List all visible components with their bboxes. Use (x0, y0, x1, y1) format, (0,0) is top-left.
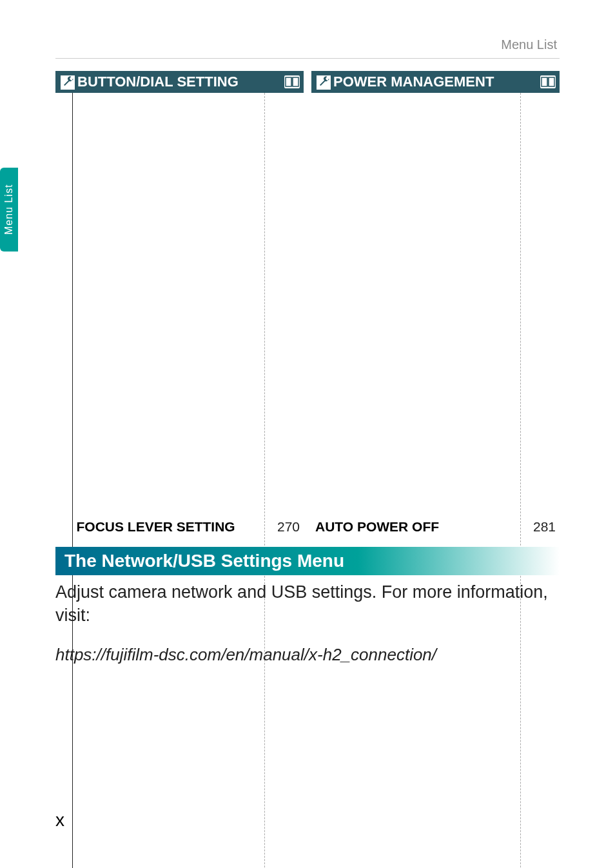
wrench-icon (61, 75, 75, 90)
network-heading-text: The Network/USB Settings Menu (55, 547, 560, 575)
network-heading: The Network/USB Settings Menu (55, 547, 560, 575)
top-rule (55, 58, 560, 59)
wrench-icon (317, 75, 331, 90)
label-text: FOCUS LEVER SETTING (77, 519, 235, 534)
breadcrumb: Menu List (501, 37, 557, 52)
section-header: BUTTON/DIAL SETTING (55, 71, 304, 93)
section-title: BUTTON/DIAL SETTING (77, 74, 239, 90)
left-table: BUTTON/DIAL SETTING1/3FOCUS LEVER SETTIN… (55, 71, 304, 868)
group-mark: 1/3 (55, 93, 72, 868)
section-title: POWER MANAGEMENT (333, 74, 494, 90)
book-icon (540, 75, 556, 88)
book-icon (284, 75, 300, 88)
menu-item-label: FOCUS LEVER SETTING (72, 93, 265, 868)
section-header: POWER MANAGEMENT (311, 71, 560, 93)
menu-item-label: AUTO POWER OFF (311, 93, 521, 868)
footer-page-marker: x (55, 810, 64, 831)
page-ref: 270 (265, 93, 304, 868)
right-table: POWER MANAGEMENTAUTO POWER OFF281PERFORM… (311, 71, 560, 868)
left-column: BUTTON/DIAL SETTING1/3FOCUS LEVER SETTIN… (55, 71, 304, 868)
label-text: AUTO POWER OFF (315, 519, 439, 534)
tables-area: BUTTON/DIAL SETTING1/3FOCUS LEVER SETTIN… (55, 71, 560, 868)
side-tab-menu-list: Menu List (0, 168, 18, 252)
page-ref: 281 (521, 93, 560, 868)
network-url: https://fujifilm-dsc.com/en/manual/x-h2_… (55, 645, 560, 665)
network-body: Adjust camera network and USB settings. … (55, 580, 560, 627)
right-column: POWER MANAGEMENTAUTO POWER OFF281PERFORM… (311, 71, 560, 868)
